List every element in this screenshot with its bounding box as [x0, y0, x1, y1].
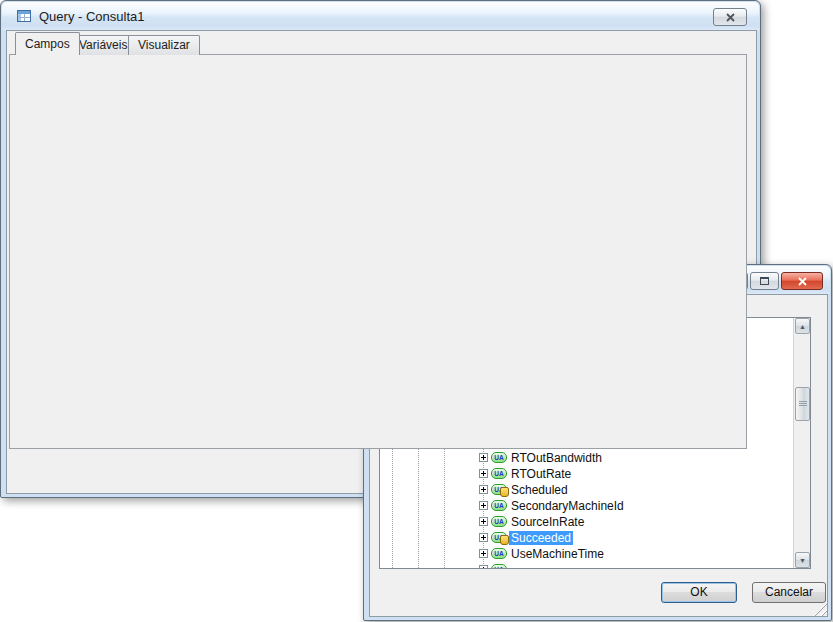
tree-item[interactable]: UA Scheduled [380, 482, 793, 498]
ua-tag-icon: UA [491, 468, 507, 479]
ua-tag-with-badge-icon: UA [491, 532, 507, 543]
tree-item[interactable]: UA RTOutRate [380, 466, 793, 482]
ua-tag-icon: UA [491, 452, 507, 463]
tree-item[interactable]: UA UseMachineTime [380, 546, 793, 562]
ua-tag-icon: UA [491, 564, 507, 568]
tree-item[interactable]: UA SecondaryMachineId [380, 498, 793, 514]
scrollbar-thumb[interactable] [795, 387, 810, 421]
close-button[interactable] [713, 8, 747, 26]
ok-button[interactable]: OK [661, 582, 737, 603]
close-icon [798, 277, 807, 286]
tab-page-campos [9, 54, 747, 449]
tab-visualizar[interactable]: Visualizar [128, 35, 200, 55]
query-window-titlebar[interactable]: Query - Consulta1 [2, 2, 759, 30]
expand-icon[interactable] [479, 453, 488, 462]
expand-icon[interactable] [479, 549, 488, 558]
expand-icon[interactable] [479, 517, 488, 526]
ua-tag-icon: UA [491, 516, 507, 527]
expand-icon[interactable] [479, 485, 488, 494]
scrollbar-up-icon[interactable]: ▲ [795, 318, 810, 334]
query-window: Query - Consulta1 Campos Variáveis Visua… [0, 0, 761, 498]
close-button[interactable] [781, 272, 823, 290]
tree-item[interactable]: UA SourceInRate [380, 514, 793, 530]
ua-tag-with-badge-icon: UA [491, 484, 507, 495]
window-title: Query - Consulta1 [39, 9, 145, 24]
cancel-button[interactable]: Cancelar [752, 582, 826, 603]
maximize-button[interactable] [750, 272, 779, 290]
tree-item-selected[interactable]: UA Succeeded [380, 530, 793, 546]
ua-tag-icon: UA [491, 548, 507, 559]
ua-tag-icon: UA [491, 500, 507, 511]
expand-icon[interactable] [479, 501, 488, 510]
tree-scrollbar[interactable]: ▲ ▼ [793, 318, 810, 568]
desktop: Query - Consulta1 Campos Variáveis Visua… [0, 0, 833, 622]
close-icon [726, 13, 735, 22]
expand-icon[interactable] [479, 533, 488, 542]
tree-item-partial[interactable]: UA [380, 562, 793, 568]
maximize-icon [760, 277, 769, 285]
tab-campos[interactable]: Campos [15, 32, 80, 55]
scrollbar-down-icon[interactable]: ▼ [795, 552, 810, 568]
expand-icon[interactable] [479, 565, 488, 568]
expand-icon[interactable] [479, 469, 488, 478]
tree-item[interactable]: UA RTOutBandwidth [380, 450, 793, 466]
table-icon [16, 8, 32, 24]
